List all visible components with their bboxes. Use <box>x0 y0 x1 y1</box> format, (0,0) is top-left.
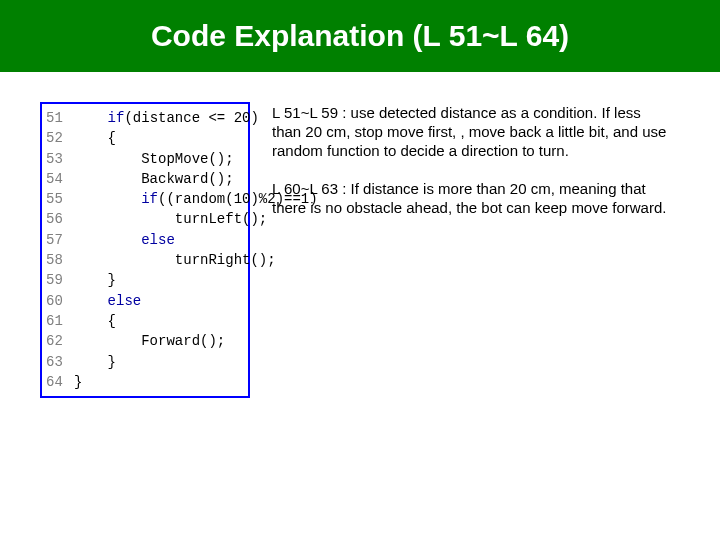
line-number: 62 <box>46 331 74 351</box>
code-text: StopMove(); <box>141 149 233 169</box>
code-text: } <box>74 372 82 392</box>
line-number: 61 <box>46 311 74 331</box>
slide-header: Code Explanation (L 51~L 64) <box>0 0 720 72</box>
code-indent <box>74 169 141 189</box>
code-indent <box>74 209 175 229</box>
code-line: 57 else <box>46 230 240 250</box>
code-keyword: if <box>108 108 125 128</box>
code-text: turnLeft(); <box>175 209 267 229</box>
line-number: 64 <box>46 372 74 392</box>
code-line: 53 StopMove(); <box>46 149 240 169</box>
line-number: 53 <box>46 149 74 169</box>
line-number: 59 <box>46 270 74 290</box>
slide-content: 51 if(distance <= 20) 52 { 53 StopMove()… <box>0 72 720 418</box>
code-line: 58 turnRight(); <box>46 250 240 270</box>
code-indent <box>74 270 108 290</box>
code-line: 63 } <box>46 352 240 372</box>
code-text: (distance <= 20) <box>124 108 258 128</box>
explanation-para-1: L 51~L 59 : use detected distance as a c… <box>272 104 672 160</box>
code-indent <box>74 149 141 169</box>
code-indent <box>74 189 141 209</box>
code-line: 51 if(distance <= 20) <box>46 108 240 128</box>
code-indent <box>74 291 108 311</box>
explanation-para-2: L 60~L 63 : If distance is more than 20 … <box>272 180 672 218</box>
code-text: } <box>108 352 116 372</box>
code-line: 61 { <box>46 311 240 331</box>
line-number: 58 <box>46 250 74 270</box>
code-line: 60 else <box>46 291 240 311</box>
code-line: 52 { <box>46 128 240 148</box>
line-number: 57 <box>46 230 74 250</box>
line-number: 51 <box>46 108 74 128</box>
para-lead: L 51~L 59 : <box>272 104 351 121</box>
code-text: Forward(); <box>141 331 225 351</box>
slide-title: Code Explanation (L 51~L 64) <box>151 19 569 53</box>
code-line: 62 Forward(); <box>46 331 240 351</box>
code-line: 64} <box>46 372 240 392</box>
code-indent <box>74 311 108 331</box>
code-keyword: if <box>141 189 158 209</box>
explanation-block: L 51~L 59 : use detected distance as a c… <box>272 102 672 398</box>
code-indent <box>74 128 108 148</box>
code-indent <box>74 230 141 250</box>
code-keyword: else <box>141 230 175 250</box>
code-line: 55 if((random(10)%2)==1) <box>46 189 240 209</box>
code-line: 54 Backward(); <box>46 169 240 189</box>
code-indent <box>74 250 175 270</box>
code-keyword: else <box>108 291 142 311</box>
code-line: 56 turnLeft(); <box>46 209 240 229</box>
para-lead: L 60~L 63 : <box>272 180 351 197</box>
line-number: 55 <box>46 189 74 209</box>
code-indent <box>74 331 141 351</box>
code-text: { <box>108 128 116 148</box>
line-number: 52 <box>46 128 74 148</box>
code-block: 51 if(distance <= 20) 52 { 53 StopMove()… <box>40 102 250 398</box>
line-number: 56 <box>46 209 74 229</box>
line-number: 60 <box>46 291 74 311</box>
code-text: } <box>108 270 116 290</box>
code-text: turnRight(); <box>175 250 276 270</box>
code-indent <box>74 352 108 372</box>
line-number: 63 <box>46 352 74 372</box>
code-line: 59 } <box>46 270 240 290</box>
code-indent <box>74 108 108 128</box>
code-text: Backward(); <box>141 169 233 189</box>
line-number: 54 <box>46 169 74 189</box>
code-text: { <box>108 311 116 331</box>
